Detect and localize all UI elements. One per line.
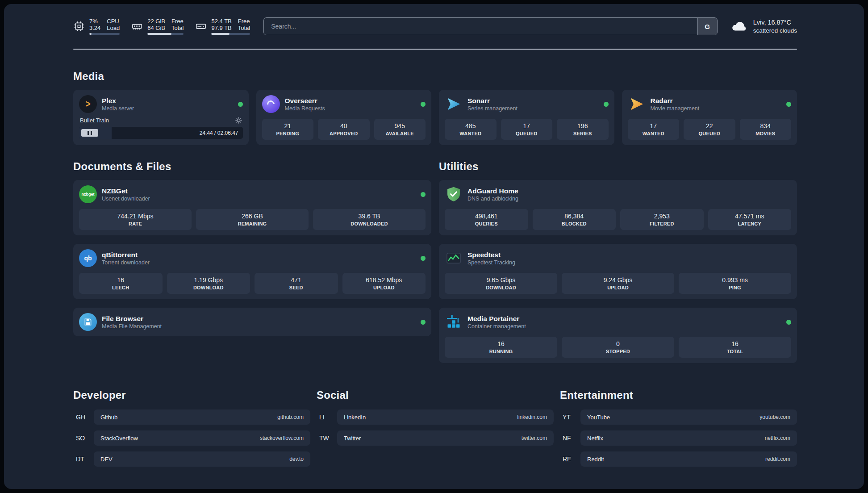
disk-usage-bar <box>211 33 250 35</box>
stat-download: 9.65 Gbps DOWNLOAD <box>445 273 557 294</box>
app-name: qBittorrent <box>102 251 150 259</box>
section-title-utilities: Utilities <box>439 160 797 173</box>
app-name: Speedtest <box>467 251 515 259</box>
plex-player-bar[interactable]: 24:44 / 02:06:47 <box>79 127 243 139</box>
app-card-plex[interactable]: > Plex Media server Bullet Train <box>73 90 249 145</box>
stat-upload: 618.52 Mbps UPLOAD <box>342 273 426 294</box>
filebrowser-icon <box>79 313 97 331</box>
stat-seed: 471 SEED <box>255 273 338 294</box>
bookmark-group-entertainment: Entertainment YT YouTube youtube.com NF … <box>560 389 797 472</box>
gear-icon[interactable] <box>235 117 242 124</box>
bookmark-abbr: RE <box>560 455 580 463</box>
ram-label-bottom: Total <box>171 25 184 31</box>
app-card-radarr[interactable]: Radarr Movie management 17 WANTED 22 QUE… <box>622 90 797 145</box>
app-card-adguard[interactable]: AdGuard Home DNS and adblocking 498,461 … <box>439 180 797 235</box>
bookmark-row: LI LinkedIn linkedin.com <box>317 409 554 425</box>
bookmarks-area: Developer GH Github github.com SO StackO… <box>73 389 797 472</box>
app-subtitle: Speedtest Tracking <box>467 259 515 266</box>
bookmark-link-linkedin[interactable]: LinkedIn linkedin.com <box>337 409 554 425</box>
sonarr-icon <box>445 95 463 113</box>
search-engine-button[interactable]: G <box>697 18 717 35</box>
app-name: AdGuard Home <box>467 187 518 195</box>
app-subtitle: Container management <box>467 323 526 330</box>
stat-filtered: 2,953 FILTERED <box>620 209 704 230</box>
stat-pending: 21 PENDING <box>262 119 314 140</box>
stat-ping: 0.993 ms PING <box>679 273 791 294</box>
bookmark-link-twitter[interactable]: Twitter twitter.com <box>337 430 554 446</box>
stat-total: 16 TOTAL <box>679 337 791 358</box>
cpu-icon <box>73 21 85 32</box>
app-subtitle: Media server <box>102 105 134 112</box>
stat-rate: 744.21 Mbps RATE <box>79 209 192 230</box>
ram-total-value: 64 GiB <box>147 25 165 31</box>
disk-label-bottom: Total <box>238 25 250 31</box>
app-card-nzbget[interactable]: nzbget NZBGet Usenet downloader 744.21 M… <box>73 180 431 235</box>
section-utilities: Utilities <box>439 145 797 363</box>
app-name: Media Portainer <box>467 314 526 323</box>
bookmark-link-netflix[interactable]: Netflix netflix.com <box>580 430 797 446</box>
section-title-media: Media <box>73 70 797 83</box>
bookmark-abbr: DT <box>73 455 94 463</box>
search-bar: G <box>263 17 717 35</box>
topbar: 7% 3.24 CPU Load <box>73 17 797 36</box>
app-card-sonarr[interactable]: Sonarr Series management 485 WANTED 17 Q… <box>439 90 614 145</box>
bookmark-link-reddit[interactable]: Reddit reddit.com <box>580 451 797 467</box>
bookmark-link-github[interactable]: Github github.com <box>94 409 310 425</box>
qbittorrent-icon: qb <box>79 249 97 267</box>
pause-button[interactable] <box>81 129 98 137</box>
player-time: 24:44 / 02:06:47 <box>200 130 238 136</box>
stat-latency: 47.571 ms LATENCY <box>708 209 792 230</box>
bookmark-link-youtube[interactable]: YouTube youtube.com <box>580 409 797 425</box>
ram-usage-fill <box>147 33 171 35</box>
bookmark-abbr: GH <box>73 414 94 421</box>
bookmark-row: SO StackOverflow stackoverflow.com <box>73 430 310 446</box>
app-name: Plex <box>102 96 134 105</box>
nzbget-icon: nzbget <box>79 185 97 203</box>
section-title-developer: Developer <box>73 389 310 401</box>
section-title-entertainment: Entertainment <box>560 389 797 401</box>
stat-approved: 40 APPROVED <box>318 119 370 140</box>
disk-total-value: 97.9 TB <box>211 25 231 31</box>
overseerr-icon <box>262 95 280 113</box>
weather-widget[interactable]: Lviv, 16.87°C scattered clouds <box>731 18 797 35</box>
ram-free-value: 22 GiB <box>147 18 165 25</box>
bookmark-row: RE Reddit reddit.com <box>560 451 797 467</box>
app-subtitle: Torrent downloader <box>102 259 150 266</box>
portainer-icon <box>445 313 463 331</box>
bookmark-link-dev[interactable]: DEV dev.to <box>94 451 310 467</box>
bookmark-group-social: Social LI LinkedIn linkedin.com TW Twitt… <box>317 389 554 472</box>
app-subtitle: Media File Management <box>102 323 162 330</box>
bookmark-abbr: YT <box>560 414 580 421</box>
cpu-load-value: 3.24 <box>89 25 100 31</box>
app-subtitle: Media Requests <box>285 105 325 112</box>
app-name: Radarr <box>651 96 700 105</box>
bookmark-link-stackoverflow[interactable]: StackOverflow stackoverflow.com <box>94 430 310 446</box>
app-name: Overseerr <box>285 96 325 105</box>
status-dot <box>786 320 791 325</box>
bookmark-row: GH Github github.com <box>73 409 310 425</box>
stat-stopped: 0 STOPPED <box>562 337 674 358</box>
media-card-grid: > Plex Media server Bullet Train <box>73 90 797 145</box>
search-input[interactable] <box>264 18 697 35</box>
app-card-portainer[interactable]: Media Portainer Container management 16 … <box>439 308 797 363</box>
stat-queued: 17 QUEUED <box>501 119 553 140</box>
status-dot <box>786 102 791 107</box>
app-card-overseerr[interactable]: Overseerr Media Requests 21 PENDING 40 A… <box>256 90 432 145</box>
stat-upload: 9.24 Gbps UPLOAD <box>562 273 674 294</box>
app-card-qbittorrent[interactable]: qb qBittorrent Torrent downloader 16 LEE… <box>73 244 431 299</box>
status-dot <box>238 102 243 107</box>
ram-widget: 22 GiB 64 GiB Free Total <box>131 18 184 35</box>
cloud-icon <box>731 18 748 35</box>
now-playing-title: Bullet Train <box>80 117 109 124</box>
bookmark-row: YT YouTube youtube.com <box>560 409 797 425</box>
disk-icon <box>195 21 207 32</box>
cpu-usage-bar <box>89 33 120 35</box>
stat-available: 945 AVAILABLE <box>374 119 426 140</box>
app-card-filebrowser[interactable]: File Browser Media File Management <box>73 308 431 336</box>
section-title-social: Social <box>317 389 554 401</box>
app-subtitle: Movie management <box>651 105 700 112</box>
stat-leech: 16 LEECH <box>79 273 163 294</box>
app-card-speedtest[interactable]: Speedtest Speedtest Tracking 9.65 Gbps D… <box>439 244 797 299</box>
weather-condition: scattered clouds <box>753 27 797 35</box>
bookmark-row: TW Twitter twitter.com <box>317 430 554 446</box>
